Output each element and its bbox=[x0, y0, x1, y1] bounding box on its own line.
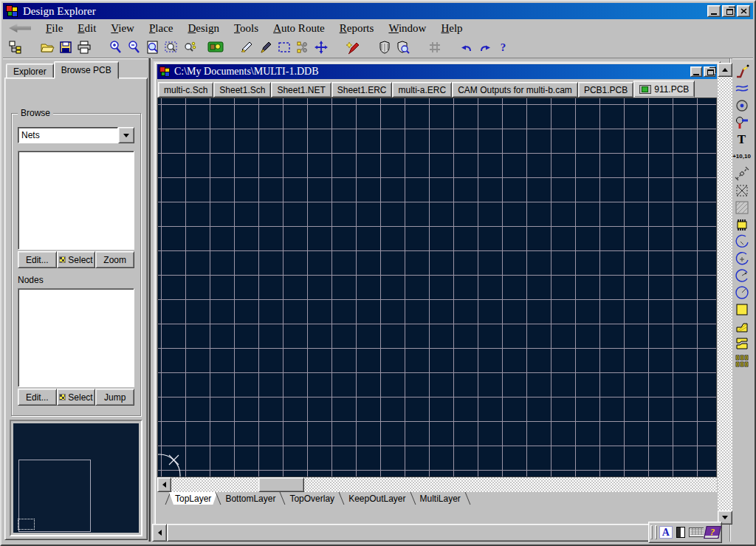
save-icon[interactable] bbox=[56, 38, 75, 56]
explorer-toggle-icon[interactable] bbox=[6, 38, 24, 56]
help-book-button[interactable]: ? bbox=[705, 525, 720, 540]
place-arc-any-icon[interactable] bbox=[732, 267, 752, 284]
shield-zoom-icon[interactable] bbox=[394, 38, 412, 56]
doc-minimize-button[interactable] bbox=[690, 66, 702, 77]
place-component-icon[interactable] bbox=[732, 216, 752, 233]
nodes-jump-button[interactable]: Jump bbox=[95, 389, 134, 406]
nets-zoom-button[interactable]: Zoom bbox=[95, 251, 134, 268]
board-view-icon[interactable] bbox=[206, 38, 224, 56]
viewport-indicator[interactable] bbox=[18, 519, 35, 530]
menu-place[interactable]: Place bbox=[142, 21, 180, 36]
place-string-icon[interactable]: T bbox=[732, 131, 752, 148]
layer-tab-toplayer[interactable]: TopLayer bbox=[169, 492, 217, 505]
scroll-up-button[interactable] bbox=[718, 63, 732, 77]
doc-restore-button[interactable] bbox=[704, 66, 715, 77]
selection-box-icon[interactable] bbox=[275, 38, 293, 56]
place-keepout-fill-icon[interactable] bbox=[732, 182, 752, 199]
zoom-point-icon[interactable] bbox=[180, 38, 199, 56]
place-full-circle-icon[interactable] bbox=[732, 284, 752, 301]
tab-pcb1-pcb[interactable]: PCB1.PCB bbox=[578, 82, 633, 98]
break-net-icon[interactable] bbox=[293, 38, 312, 56]
menu-design[interactable]: Design bbox=[180, 21, 227, 36]
help-icon[interactable]: ? bbox=[494, 38, 512, 56]
place-polygon-plane-icon[interactable] bbox=[732, 318, 752, 335]
zoom-in-icon[interactable] bbox=[106, 38, 125, 56]
layer-tab-bottomlayer[interactable]: BottomLayer bbox=[219, 492, 281, 505]
tab-sheet1-sch[interactable]: Sheet1.Sch bbox=[213, 82, 271, 98]
workspace-hscrollbar[interactable] bbox=[152, 524, 718, 542]
nets-edit-button[interactable]: Edit... bbox=[18, 251, 57, 268]
probe-icon[interactable] bbox=[256, 38, 275, 56]
layer-tab-multilayer[interactable]: MultiLayer bbox=[414, 492, 467, 505]
scroll-left-button[interactable] bbox=[152, 524, 167, 542]
wizard-wand-icon[interactable] bbox=[343, 38, 362, 56]
redo-icon[interactable] bbox=[475, 38, 494, 56]
browse-type-value[interactable]: Nets bbox=[18, 127, 118, 143]
interactive-route-icon[interactable] bbox=[732, 63, 752, 80]
tab-sheet1-net[interactable]: Sheet1.NET bbox=[271, 82, 331, 98]
workspace-vscrollbar[interactable] bbox=[718, 63, 732, 525]
toolbar-grip[interactable] bbox=[650, 525, 653, 539]
pcb-editor-canvas[interactable] bbox=[157, 98, 717, 477]
place-via-icon[interactable] bbox=[732, 114, 752, 131]
grid-toggle-icon[interactable] bbox=[425, 38, 444, 56]
menu-window[interactable]: Window bbox=[381, 21, 433, 36]
place-arc-center-icon[interactable] bbox=[732, 250, 752, 267]
back-arrow-icon[interactable] bbox=[9, 24, 31, 33]
tab-sheet1-erc[interactable]: Sheet1.ERC bbox=[331, 82, 393, 98]
hscroll-thumb[interactable] bbox=[167, 524, 718, 542]
layer-tab-keepoutlayer[interactable]: KeepOutLayer bbox=[343, 492, 411, 505]
board-preview[interactable] bbox=[10, 420, 142, 536]
editor-hscrollbar[interactable] bbox=[157, 477, 717, 492]
place-coordinate-icon[interactable]: +10,10 bbox=[732, 148, 752, 165]
tab-multi-a-erc[interactable]: multi-a.ERC bbox=[392, 82, 452, 98]
layer-tab-topoverlay[interactable]: TopOverlay bbox=[284, 492, 340, 505]
hscroll-thumb[interactable] bbox=[258, 477, 304, 492]
place-array-icon[interactable] bbox=[732, 352, 752, 369]
tab-multi-c-sch[interactable]: multi-c.Sch bbox=[158, 82, 213, 98]
keyboard-button[interactable] bbox=[689, 525, 704, 540]
place-dimension-icon[interactable] bbox=[732, 165, 752, 182]
nodes-edit-button[interactable]: Edit... bbox=[18, 389, 57, 406]
tab-911-pcb[interactable]: 911.PCB bbox=[633, 81, 695, 98]
scroll-left-button[interactable] bbox=[157, 477, 171, 492]
nets-list[interactable] bbox=[18, 151, 134, 250]
zoom-document-icon[interactable] bbox=[143, 38, 162, 56]
print-icon[interactable] bbox=[75, 38, 93, 56]
letter-a-button[interactable]: A bbox=[659, 525, 673, 540]
menu-reports[interactable]: Reports bbox=[332, 21, 382, 36]
restore-button[interactable] bbox=[722, 5, 735, 17]
tab-browse-pcb[interactable]: Browse PCB bbox=[54, 61, 119, 79]
move-object-icon[interactable] bbox=[312, 38, 330, 56]
nodes-select-button[interactable]: Select bbox=[57, 389, 96, 406]
menu-view[interactable]: View bbox=[103, 21, 142, 36]
open-document-icon[interactable] bbox=[38, 38, 56, 56]
menu-auto-route[interactable]: Auto Route bbox=[266, 21, 332, 36]
menu-help[interactable]: Help bbox=[433, 21, 470, 36]
menu-tools[interactable]: Tools bbox=[227, 21, 266, 36]
nets-select-button[interactable]: Select bbox=[57, 251, 96, 268]
minimize-button[interactable] bbox=[707, 5, 721, 17]
tab-explorer[interactable]: Explorer bbox=[6, 64, 54, 79]
place-fill-icon[interactable] bbox=[732, 301, 752, 318]
dropdown-button[interactable] bbox=[118, 127, 134, 143]
place-arc-edge-icon[interactable] bbox=[732, 233, 752, 250]
menu-edit[interactable]: Edit bbox=[70, 21, 103, 36]
place-track-icon[interactable] bbox=[732, 80, 752, 97]
menu-file[interactable]: File bbox=[38, 21, 70, 36]
undo-icon[interactable] bbox=[457, 38, 475, 56]
knife-icon[interactable] bbox=[238, 38, 256, 56]
browse-type-dropdown[interactable]: Nets bbox=[18, 127, 134, 143]
place-pad-icon[interactable] bbox=[732, 97, 752, 114]
zoom-out-icon[interactable] bbox=[125, 38, 143, 56]
zoom-area-icon[interactable] bbox=[162, 38, 180, 56]
close-button[interactable] bbox=[737, 5, 750, 17]
document-titlebar[interactable]: C:\My Documents\MULTI-1.DDB bbox=[157, 64, 717, 79]
toolbar-grip[interactable] bbox=[655, 525, 657, 539]
place-split-plane-icon[interactable] bbox=[732, 335, 752, 352]
shield-icon[interactable] bbox=[375, 38, 394, 56]
nodes-list[interactable] bbox=[18, 288, 134, 387]
place-hatched-fill-icon[interactable] bbox=[732, 199, 752, 216]
tab-cam-outputs[interactable]: CAM Outputs for multi-b.cam bbox=[452, 82, 578, 98]
contrast-button[interactable] bbox=[674, 525, 687, 540]
